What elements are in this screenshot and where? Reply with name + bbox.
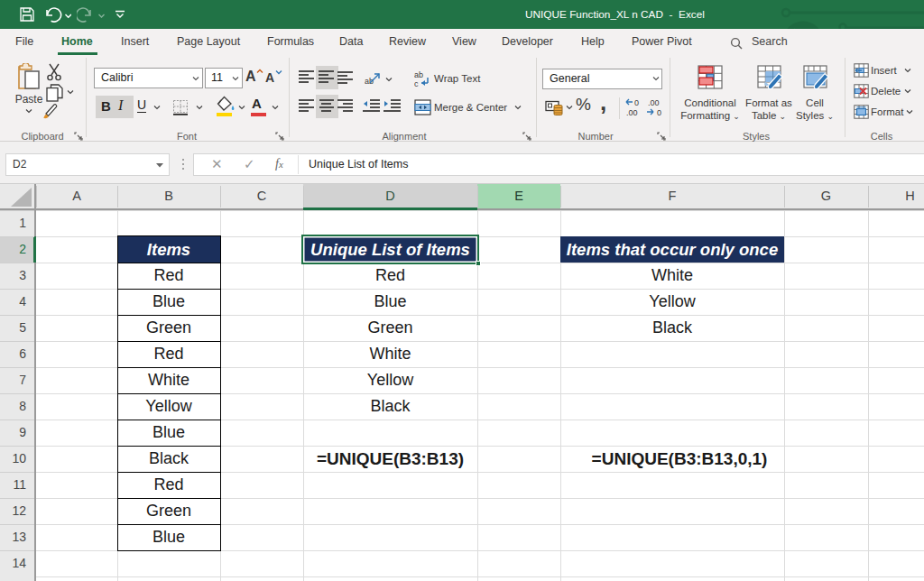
svg-text:.00: .00 (626, 108, 638, 117)
svg-text:c: c (414, 79, 419, 88)
svg-text:0: 0 (634, 98, 639, 107)
svg-text:0: 0 (657, 108, 661, 117)
svg-text:.00: .00 (648, 98, 660, 107)
svg-text:ab: ab (414, 70, 423, 79)
